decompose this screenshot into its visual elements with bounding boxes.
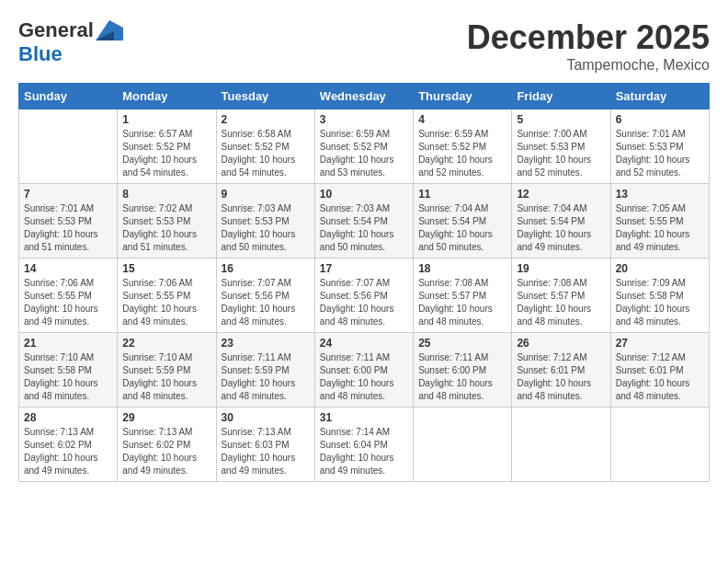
day-number: 7 xyxy=(24,188,112,201)
calendar-cell: 30Sunrise: 7:13 AMSunset: 6:03 PMDayligh… xyxy=(216,408,314,482)
day-info: Sunrise: 7:14 AMSunset: 6:04 PMDaylight:… xyxy=(320,426,408,477)
col-tuesday: Tuesday xyxy=(216,84,314,109)
day-number: 4 xyxy=(418,113,506,126)
calendar-cell: 5Sunrise: 7:00 AMSunset: 5:53 PMDaylight… xyxy=(512,109,610,184)
calendar-cell: 11Sunrise: 7:04 AMSunset: 5:54 PMDayligh… xyxy=(414,184,512,259)
calendar-week-4: 21Sunrise: 7:10 AMSunset: 5:58 PMDayligh… xyxy=(19,333,710,408)
calendar-cell: 17Sunrise: 7:07 AMSunset: 5:56 PMDayligh… xyxy=(314,259,413,333)
logo-blue: Blue xyxy=(18,42,63,66)
calendar-cell: 18Sunrise: 7:08 AMSunset: 5:57 PMDayligh… xyxy=(414,259,512,333)
calendar-cell: 14Sunrise: 7:06 AMSunset: 5:55 PMDayligh… xyxy=(19,259,118,333)
day-info: Sunrise: 7:07 AMSunset: 5:56 PMDaylight:… xyxy=(320,277,408,328)
day-number: 12 xyxy=(517,188,605,201)
day-number: 17 xyxy=(320,262,408,275)
day-info: Sunrise: 7:01 AMSunset: 5:53 PMDaylight:… xyxy=(616,128,704,179)
day-info: Sunrise: 7:11 AMSunset: 6:00 PMDaylight:… xyxy=(418,351,506,403)
day-number: 16 xyxy=(222,262,310,275)
logo-icon xyxy=(96,20,123,40)
calendar-cell: 20Sunrise: 7:09 AMSunset: 5:58 PMDayligh… xyxy=(610,259,709,333)
day-info: Sunrise: 7:09 AMSunset: 5:58 PMDaylight:… xyxy=(616,277,704,328)
calendar-header-row: Sunday Monday Tuesday Wednesday Thursday… xyxy=(19,84,710,109)
day-info: Sunrise: 6:59 AMSunset: 5:52 PMDaylight:… xyxy=(418,128,506,179)
day-number: 10 xyxy=(320,188,408,201)
title-block: December 2025 Tampemoche, Mexico xyxy=(467,18,710,74)
month-title: December 2025 xyxy=(467,18,710,57)
calendar-week-3: 14Sunrise: 7:06 AMSunset: 5:55 PMDayligh… xyxy=(19,259,710,333)
day-info: Sunrise: 7:10 AMSunset: 5:58 PMDaylight:… xyxy=(24,351,112,403)
day-number: 6 xyxy=(616,113,704,126)
col-sunday: Sunday xyxy=(19,84,118,109)
day-info: Sunrise: 7:13 AMSunset: 6:02 PMDaylight:… xyxy=(24,426,112,477)
day-info: Sunrise: 7:02 AMSunset: 5:53 PMDaylight:… xyxy=(122,202,210,254)
calendar-cell: 8Sunrise: 7:02 AMSunset: 5:53 PMDaylight… xyxy=(118,184,216,259)
day-info: Sunrise: 7:13 AMSunset: 6:03 PMDaylight:… xyxy=(222,426,310,477)
calendar-table: Sunday Monday Tuesday Wednesday Thursday… xyxy=(18,83,710,482)
day-number: 15 xyxy=(122,262,210,275)
calendar-cell: 16Sunrise: 7:07 AMSunset: 5:56 PMDayligh… xyxy=(216,259,314,333)
calendar-cell: 23Sunrise: 7:11 AMSunset: 5:59 PMDayligh… xyxy=(216,333,314,408)
calendar-week-1: 1Sunrise: 6:57 AMSunset: 5:52 PMDaylight… xyxy=(19,109,710,184)
calendar-cell: 26Sunrise: 7:12 AMSunset: 6:01 PMDayligh… xyxy=(512,333,610,408)
calendar-cell: 24Sunrise: 7:11 AMSunset: 6:00 PMDayligh… xyxy=(314,333,413,408)
day-info: Sunrise: 7:06 AMSunset: 5:55 PMDaylight:… xyxy=(24,277,112,328)
day-info: Sunrise: 7:12 AMSunset: 6:01 PMDaylight:… xyxy=(517,351,605,403)
calendar-cell: 15Sunrise: 7:06 AMSunset: 5:55 PMDayligh… xyxy=(118,259,216,333)
calendar-cell: 3Sunrise: 6:59 AMSunset: 5:52 PMDaylight… xyxy=(314,109,413,184)
calendar-cell: 29Sunrise: 7:13 AMSunset: 6:02 PMDayligh… xyxy=(118,408,216,482)
calendar-cell: 10Sunrise: 7:03 AMSunset: 5:54 PMDayligh… xyxy=(314,184,413,259)
calendar-cell: 12Sunrise: 7:04 AMSunset: 5:54 PMDayligh… xyxy=(512,184,610,259)
calendar-cell: 21Sunrise: 7:10 AMSunset: 5:58 PMDayligh… xyxy=(19,333,118,408)
calendar-cell: 4Sunrise: 6:59 AMSunset: 5:52 PMDaylight… xyxy=(414,109,512,184)
day-number: 19 xyxy=(517,262,605,275)
calendar-cell: 7Sunrise: 7:01 AMSunset: 5:53 PMDaylight… xyxy=(19,184,118,259)
day-info: Sunrise: 7:11 AMSunset: 5:59 PMDaylight:… xyxy=(222,351,310,403)
day-number: 13 xyxy=(616,188,704,201)
calendar-cell: 25Sunrise: 7:11 AMSunset: 6:00 PMDayligh… xyxy=(414,333,512,408)
day-info: Sunrise: 7:12 AMSunset: 6:01 PMDaylight:… xyxy=(616,351,704,403)
calendar-cell xyxy=(414,408,512,482)
day-number: 29 xyxy=(122,411,210,424)
day-number: 2 xyxy=(222,113,310,126)
calendar-cell xyxy=(19,109,118,184)
day-number: 26 xyxy=(517,337,605,350)
calendar-cell: 6Sunrise: 7:01 AMSunset: 5:53 PMDaylight… xyxy=(610,109,709,184)
calendar-cell: 19Sunrise: 7:08 AMSunset: 5:57 PMDayligh… xyxy=(512,259,610,333)
day-info: Sunrise: 6:57 AMSunset: 5:52 PMDaylight:… xyxy=(122,128,210,179)
day-info: Sunrise: 7:00 AMSunset: 5:53 PMDaylight:… xyxy=(517,128,605,179)
col-monday: Monday xyxy=(118,84,216,109)
calendar-week-2: 7Sunrise: 7:01 AMSunset: 5:53 PMDaylight… xyxy=(19,184,710,259)
day-info: Sunrise: 7:05 AMSunset: 5:55 PMDaylight:… xyxy=(616,202,704,254)
day-number: 28 xyxy=(24,411,112,424)
day-info: Sunrise: 6:59 AMSunset: 5:52 PMDaylight:… xyxy=(320,128,408,179)
day-info: Sunrise: 7:04 AMSunset: 5:54 PMDaylight:… xyxy=(517,202,605,254)
day-info: Sunrise: 7:10 AMSunset: 5:59 PMDaylight:… xyxy=(122,351,210,403)
calendar-cell: 28Sunrise: 7:13 AMSunset: 6:02 PMDayligh… xyxy=(19,408,118,482)
day-number: 21 xyxy=(24,337,112,350)
calendar-cell xyxy=(512,408,610,482)
day-info: Sunrise: 7:08 AMSunset: 5:57 PMDaylight:… xyxy=(418,277,506,328)
day-number: 5 xyxy=(517,113,605,126)
day-number: 27 xyxy=(616,337,704,350)
day-info: Sunrise: 7:04 AMSunset: 5:54 PMDaylight:… xyxy=(418,202,506,254)
logo-general: General xyxy=(18,18,94,42)
day-number: 22 xyxy=(122,337,210,350)
calendar-week-5: 28Sunrise: 7:13 AMSunset: 6:02 PMDayligh… xyxy=(19,408,710,482)
day-number: 30 xyxy=(222,411,310,424)
calendar-cell xyxy=(610,408,709,482)
day-number: 9 xyxy=(222,188,310,201)
day-info: Sunrise: 7:11 AMSunset: 6:00 PMDaylight:… xyxy=(320,351,408,403)
calendar-cell: 9Sunrise: 7:03 AMSunset: 5:53 PMDaylight… xyxy=(216,184,314,259)
day-number: 3 xyxy=(320,113,408,126)
day-number: 25 xyxy=(418,337,506,350)
calendar-cell: 1Sunrise: 6:57 AMSunset: 5:52 PMDaylight… xyxy=(118,109,216,184)
logo: General Blue xyxy=(18,18,123,66)
calendar-cell: 2Sunrise: 6:58 AMSunset: 5:52 PMDaylight… xyxy=(216,109,314,184)
calendar-cell: 27Sunrise: 7:12 AMSunset: 6:01 PMDayligh… xyxy=(610,333,709,408)
day-number: 24 xyxy=(320,337,408,350)
day-info: Sunrise: 7:03 AMSunset: 5:54 PMDaylight:… xyxy=(320,202,408,254)
col-wednesday: Wednesday xyxy=(314,84,413,109)
calendar-cell: 31Sunrise: 7:14 AMSunset: 6:04 PMDayligh… xyxy=(314,408,413,482)
col-thursday: Thursday xyxy=(414,84,512,109)
day-number: 31 xyxy=(320,411,408,424)
col-saturday: Saturday xyxy=(610,84,709,109)
